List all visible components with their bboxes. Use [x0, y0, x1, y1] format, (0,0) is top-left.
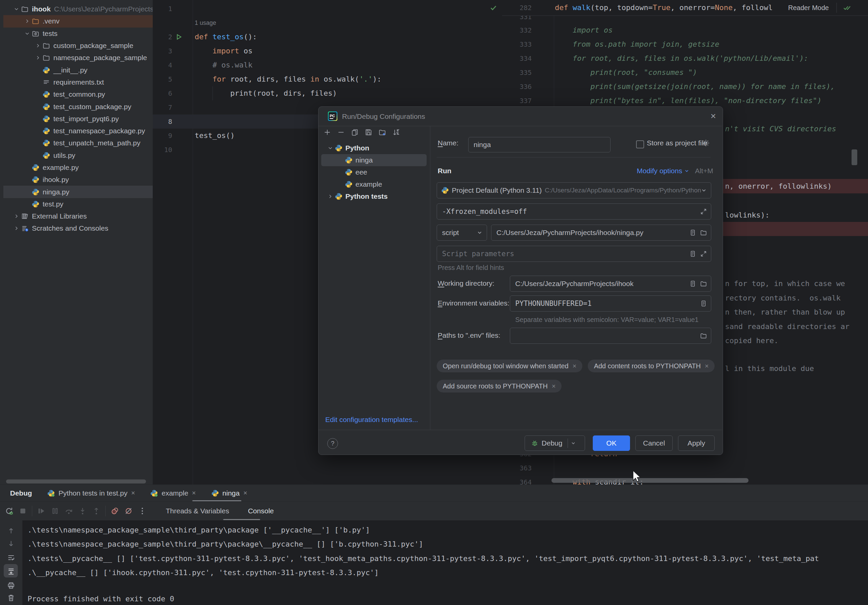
script-path-field[interactable]: C:/Users/Jeza/PycharmProjects/ihook/ning…	[491, 225, 711, 241]
code-line[interactable]: def test_os():	[195, 30, 257, 44]
chevron-down-icon[interactable]	[12, 6, 21, 12]
line-number[interactable]: 6	[153, 86, 172, 100]
code-line[interactable]: for root, dirs, files in os.walk('python…	[555, 51, 808, 65]
code-line[interactable]: test_os()	[195, 129, 235, 143]
soft-wrap-icon[interactable]	[7, 554, 15, 562]
interpreter-select[interactable]: Project Default (Python 3.11) C:/Users/J…	[437, 182, 711, 199]
tree-item-requirements-txt[interactable]: requirements.txt	[3, 76, 153, 88]
tree-item-external-libraries[interactable]: External Libraries	[3, 210, 153, 222]
option-chip[interactable]: Add content roots to PYTHONPATH×	[588, 360, 715, 372]
config-tree-item-example[interactable]: example	[321, 178, 426, 190]
line-number[interactable]: 333	[502, 37, 532, 51]
line-number[interactable]: 337	[502, 94, 532, 108]
tree-item-ihook-py[interactable]: ihook.py	[3, 174, 153, 186]
environment-variables-field[interactable]: PYTHONUNBUFFERED=1	[510, 295, 711, 312]
close-tab-icon[interactable]: ×	[192, 489, 196, 497]
target-type-select[interactable]: script	[437, 225, 487, 241]
project-tree-hscrollbar[interactable]	[6, 479, 146, 484]
save-icon[interactable]	[364, 128, 373, 136]
tree-item--venv[interactable]: .venv	[3, 15, 153, 27]
line-number[interactable]: 363	[502, 461, 532, 475]
line-number[interactable]: 334	[502, 51, 532, 65]
tree-item-scratches-and-consoles[interactable]: Scratches and Consoles	[3, 222, 153, 234]
chevron-down-icon[interactable]	[568, 441, 579, 446]
code-line[interactable]: import os	[195, 44, 253, 58]
line-number[interactable]: 1	[153, 2, 172, 16]
tree-item-test-common-py[interactable]: test_common.py	[3, 88, 153, 100]
chevron-right-icon[interactable]	[12, 225, 21, 231]
tree-item-test-custom-package-py[interactable]: test_custom_package.py	[3, 100, 153, 112]
mute-breakpoints-icon[interactable]	[124, 506, 133, 516]
step-over-icon[interactable]	[64, 506, 73, 516]
arrow-down-icon[interactable]	[7, 540, 15, 548]
view-tab-console[interactable]: Console	[248, 507, 274, 515]
tree-item-ihook[interactable]: ihookC:\Users\Jeza\PycharmProjects\ihook	[3, 3, 153, 15]
option-chip[interactable]: Add source roots to PYTHONPATH×	[437, 380, 561, 392]
help-button[interactable]: ?	[327, 438, 338, 449]
editor-vscrollbar[interactable]	[851, 149, 857, 165]
tree-item-namespace-package-sample[interactable]: namespace_package_sample	[3, 52, 153, 64]
stop-icon[interactable]	[18, 506, 28, 516]
tree-item-example-py[interactable]: example.py	[3, 161, 153, 174]
add-icon[interactable]	[323, 128, 331, 136]
usage-hint[interactable]: 1 usage	[195, 16, 216, 30]
pause-icon[interactable]	[50, 506, 60, 516]
working-directory-field[interactable]: C:/Users/Jeza/PycharmProjects/ihook	[510, 276, 711, 292]
copy-icon[interactable]	[351, 128, 359, 136]
option-chip[interactable]: Open run/debug tool window when started×	[437, 360, 582, 372]
line-number[interactable]: 4	[153, 58, 172, 72]
insert-macros-icon[interactable]	[700, 300, 707, 307]
script-parameters-field[interactable]: Script parameters	[437, 246, 711, 262]
debug-launch-button[interactable]: Debug	[525, 436, 585, 451]
run-gutter-icon[interactable]	[175, 30, 184, 40]
code-line[interactable]: print("bytes in", len(files), "non-direc…	[555, 94, 822, 108]
code-line[interactable]: print(root, "consumes ")	[555, 65, 697, 79]
debug-tab-ninga[interactable]: ninga×	[211, 489, 247, 497]
line-number[interactable]: 364	[502, 475, 532, 484]
line-number[interactable]: 9	[153, 129, 172, 143]
store-as-project-file-checkbox[interactable]	[636, 140, 644, 148]
code-line[interactable]: import os	[555, 23, 612, 37]
code-line[interactable]: # os.walk	[195, 58, 253, 72]
arrow-up-icon[interactable]	[7, 527, 15, 535]
code-line[interactable]: print(sum(getsize(join(root, name)) for …	[555, 79, 835, 94]
browse-folder-icon[interactable]	[700, 280, 707, 287]
remove-chip-icon[interactable]: ×	[573, 362, 577, 370]
close-icon[interactable]: ×	[707, 110, 719, 122]
config-tree-item-python-tests[interactable]: Python tests	[321, 190, 426, 202]
scroll-to-end-icon[interactable]	[7, 568, 15, 576]
line-number[interactable]: 332	[502, 23, 532, 37]
chevron-right-icon[interactable]	[12, 213, 21, 219]
tree-item-test-import-pyqt6-py[interactable]: test_import_pyqt6.py	[3, 113, 153, 125]
resume-icon[interactable]	[37, 506, 46, 516]
config-tree-item-eee[interactable]: eee	[321, 166, 426, 178]
ok-button[interactable]: OK	[593, 436, 630, 451]
cancel-button[interactable]: Cancel	[636, 436, 673, 451]
step-out-icon[interactable]	[91, 506, 101, 516]
env-files-field[interactable]	[510, 328, 711, 344]
tree-item-test-namespace-package-py[interactable]: test_namespace_package.py	[3, 125, 153, 137]
view-tab-threads-variables[interactable]: Threads & Variables	[166, 507, 229, 515]
line-number[interactable]: 10	[153, 143, 172, 157]
line-number[interactable]: 2	[153, 30, 172, 44]
chevron-right-icon[interactable]	[34, 55, 42, 61]
print-icon[interactable]	[7, 582, 15, 589]
tree-item--init-py[interactable]: __init__.py	[3, 64, 153, 76]
rerun-debug-icon[interactable]	[5, 506, 14, 516]
browse-folder-icon[interactable]	[700, 332, 707, 339]
browse-folder-icon[interactable]	[700, 229, 707, 236]
config-tree-item-ninga[interactable]: ninga	[321, 154, 426, 166]
line-number[interactable]: 5	[153, 72, 172, 86]
chevron-right-icon[interactable]	[23, 18, 31, 24]
insert-macros-icon[interactable]	[690, 229, 696, 236]
inspections-ok-icon[interactable]	[843, 3, 851, 12]
name-field[interactable]: ninga	[468, 137, 611, 152]
clear-icon[interactable]	[7, 594, 15, 602]
apply-button[interactable]: Apply	[678, 436, 715, 451]
expand-field-icon[interactable]	[700, 250, 707, 257]
close-tab-icon[interactable]: ×	[243, 489, 247, 497]
close-tab-icon[interactable]: ×	[131, 489, 135, 497]
expand-field-icon[interactable]	[700, 208, 707, 215]
reader-mode-button[interactable]: Reader Mode	[788, 0, 829, 16]
inspection-ok-icon[interactable]	[489, 3, 498, 12]
